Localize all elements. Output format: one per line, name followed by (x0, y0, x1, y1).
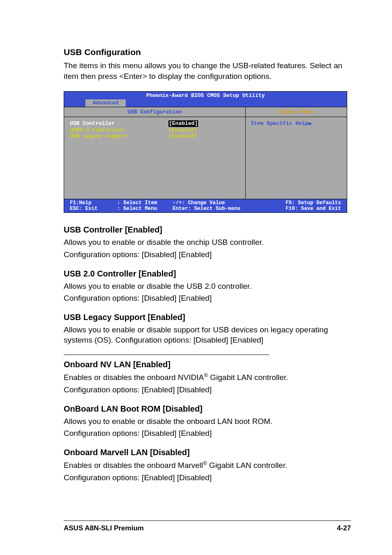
nv-lan-heading: Onboard NV LAN [Enabled] (64, 360, 351, 369)
bios-item-value: [Enabled] (168, 133, 197, 140)
usb-controller-options: Configuration options: [Disabled] [Enabl… (64, 249, 351, 260)
bios-f5-defaults: F5: Setup Defaults (261, 200, 341, 206)
page-footer: ASUS A8N-SLI Premium 4-27 (64, 520, 351, 532)
onboard-lan-options: Configuration options: [Disabled] [Enabl… (64, 428, 351, 439)
usb-legacy-desc: Allows you to enable or disable support … (64, 325, 351, 345)
onboard-lan-heading: OnBoard LAN Boot ROM [Disabled] (64, 404, 351, 414)
marvell-desc: Enables or disables the onboard Marvell®… (64, 460, 351, 471)
bios-item-usb-controller: USB Controller [Enabled] (70, 120, 240, 127)
bios-select-menu-label: Select Menu (246, 107, 347, 117)
bios-item-usb-legacy: USB Legacy support [Enabled] (70, 133, 240, 140)
bios-item-label: USB Legacy support (70, 133, 168, 140)
bios-item-value: [Enabled] (168, 127, 197, 134)
bios-tab-row: Advanced (64, 99, 347, 107)
nv-lan-desc: Enables or disables the onboard NVIDIA® … (64, 372, 351, 383)
usb-config-intro: The items in this menu allows you to cha… (64, 60, 351, 81)
bios-footer: F1:Help ESC: Exit : Select Item : Select… (64, 199, 347, 212)
bios-change-value: -/+: Change Value (173, 200, 261, 206)
usb-config-title: USB Configuration (64, 47, 351, 57)
bios-enter-submenu: Enter: Select Sub-menu (173, 206, 261, 212)
separator (64, 355, 269, 355)
bios-config-panel: USB Controller [Enabled] USB2.0 Controll… (64, 117, 246, 199)
footer-product-name: ASUS A8N-SLI Premium (64, 524, 144, 532)
usb20-desc: Allows you to enable or disable the USB … (64, 281, 351, 292)
footer-page-number: 4-27 (337, 524, 351, 532)
bios-help-panel: Item Specific Help▶▶ (246, 117, 347, 199)
bios-help-text: Item Specific Help (251, 120, 308, 127)
registered-icon: ® (204, 372, 208, 378)
bios-panel-title: USB Configuration (64, 107, 246, 117)
bios-screenshot: Phoenix-Award BIOS CMOS Setup Utility Ad… (64, 91, 347, 213)
bios-item-label: USB Controller (70, 120, 168, 127)
bios-item-label: USB2.0 Controller (70, 127, 168, 134)
bios-item-value: [Enabled] (168, 120, 198, 127)
marvell-options: Configuration options: [Enabled] [Disabl… (64, 472, 351, 483)
double-arrow-icon: ▶▶ (308, 121, 310, 126)
bios-title: Phoenix-Award BIOS CMOS Setup Utility (64, 92, 347, 99)
usb-legacy-heading: USB Legacy Support [Enabled] (64, 313, 351, 322)
bios-f1-help: F1:Help (70, 200, 117, 206)
bios-item-usb20-controller: USB2.0 Controller [Enabled] (70, 127, 240, 134)
nv-lan-options: Configuration options: [Enabled] [Disabl… (64, 385, 351, 395)
usb20-options: Configuration options: [Disabled] [Enabl… (64, 293, 351, 304)
onboard-lan-desc: Allows you to enable or disable the onbo… (64, 416, 351, 427)
bios-f10-save: F10: Save and Exit (261, 206, 341, 212)
usb20-heading: USB 2.0 Controller [Enabled] (64, 269, 351, 279)
bios-select-menu: : Select Menu (117, 206, 173, 212)
usb-controller-heading: USB Controller [Enabled] (64, 225, 351, 235)
bios-esc-exit: ESC: Exit (70, 206, 117, 212)
registered-icon: ® (203, 460, 207, 466)
bios-advanced-tab: Advanced (85, 99, 126, 107)
bios-select-item: : Select Item (117, 200, 173, 206)
usb-controller-desc: Allows you to enable or disable the onch… (64, 237, 351, 248)
marvell-heading: Onboard Marvell LAN [Disabled] (64, 448, 351, 457)
